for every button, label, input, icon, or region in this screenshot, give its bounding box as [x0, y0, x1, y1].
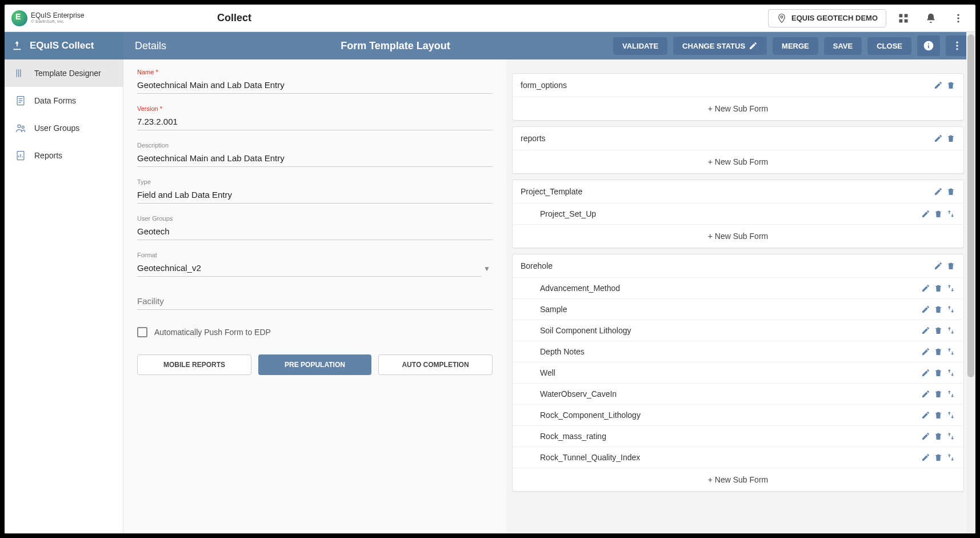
tree-sub-row[interactable]: Project_Set_Up: [513, 203, 963, 224]
edit-icon[interactable]: [921, 389, 930, 398]
edit-icon[interactable]: [934, 134, 943, 143]
reorder-icon[interactable]: [946, 305, 955, 314]
reorder-icon[interactable]: [946, 453, 955, 462]
auto-completion-button[interactable]: AUTO COMPLETION: [378, 354, 493, 375]
sidebar-item-user-groups[interactable]: User Groups: [5, 114, 123, 142]
sub-section-title: Details: [123, 40, 178, 52]
edit-icon[interactable]: [921, 305, 930, 314]
tree-sub-row[interactable]: Advancement_Method: [513, 277, 963, 298]
facility-input[interactable]: [137, 294, 493, 310]
edit-icon[interactable]: [934, 187, 943, 196]
location-button[interactable]: EQUIS GEOTECH DEMO: [768, 9, 886, 27]
edit-icon[interactable]: [934, 261, 943, 270]
edit-icon[interactable]: [921, 209, 930, 218]
reorder-icon[interactable]: [946, 368, 955, 377]
edit-icon[interactable]: [921, 368, 930, 377]
tree-sub-row[interactable]: Rock_mass_rating: [513, 425, 963, 447]
name-input[interactable]: [137, 78, 493, 94]
tree-sub-row[interactable]: Rock_Tunnel_Quality_Index: [513, 447, 963, 468]
delete-icon[interactable]: [934, 326, 943, 335]
type-input[interactable]: [137, 188, 493, 204]
tree-card-title: reports: [521, 134, 934, 143]
tree-sub-row[interactable]: Soil Component Lithology: [513, 320, 963, 341]
delete-icon[interactable]: [934, 453, 943, 462]
scrollbar[interactable]: [966, 32, 975, 533]
checkbox-icon[interactable]: [137, 327, 147, 337]
tree-sub-row[interactable]: Well: [513, 362, 963, 383]
tree-card-header[interactable]: reports: [513, 127, 963, 150]
change-status-button[interactable]: CHANGE STATUS: [673, 37, 767, 55]
reorder-icon[interactable]: [946, 432, 955, 441]
svg-point-15: [18, 125, 21, 127]
logo-block[interactable]: EQuIS Enterprise © EarthSoft, Inc.: [11, 10, 114, 26]
mobile-reports-button[interactable]: MOBILE REPORTS: [137, 354, 251, 375]
edit-icon[interactable]: [921, 326, 930, 335]
edit-icon[interactable]: [921, 432, 930, 441]
edit-icon[interactable]: [921, 453, 930, 462]
svg-point-0: [781, 15, 783, 18]
reorder-icon[interactable]: [946, 389, 955, 398]
tree-sub-row[interactable]: Rock_Component_Lithology: [513, 404, 963, 425]
user-groups-input[interactable]: [137, 224, 493, 240]
new-sub-form-button[interactable]: + New Sub Form: [513, 97, 963, 120]
delete-icon[interactable]: [934, 389, 943, 398]
version-input[interactable]: [137, 114, 493, 130]
delete-icon[interactable]: [934, 432, 943, 441]
edit-icon[interactable]: [921, 284, 930, 293]
close-button[interactable]: CLOSE: [867, 37, 911, 55]
reorder-icon[interactable]: [946, 284, 955, 293]
delete-icon[interactable]: [946, 187, 955, 196]
new-sub-form-button[interactable]: + New Sub Form: [513, 224, 963, 248]
validate-button[interactable]: VALIDATE: [613, 37, 667, 55]
delete-icon[interactable]: [946, 134, 955, 143]
new-sub-form-button[interactable]: + New Sub Form: [513, 150, 963, 173]
dashboard-icon-button[interactable]: [893, 8, 914, 29]
edit-icon[interactable]: [921, 411, 930, 420]
delete-icon[interactable]: [934, 368, 943, 377]
delete-icon[interactable]: [934, 284, 943, 293]
reorder-icon[interactable]: [946, 411, 955, 420]
edit-icon[interactable]: [921, 347, 930, 356]
pre-population-button[interactable]: PRE POPULATION: [258, 354, 371, 375]
sidebar-item-label: Template Designer: [34, 69, 101, 78]
tree-sub-title: Project_Set_Up: [540, 209, 921, 218]
sidebar-item-label: Reports: [34, 151, 62, 160]
edit-box-icon: [749, 41, 758, 50]
sidebar-item-data-forms[interactable]: Data Forms: [5, 87, 123, 114]
tree-card-header[interactable]: Project_Template: [513, 180, 963, 203]
edit-icon[interactable]: [934, 81, 943, 90]
merge-button[interactable]: MERGE: [773, 37, 818, 55]
delete-icon[interactable]: [934, 411, 943, 420]
sidebar-item-template-designer[interactable]: Template Designer: [5, 59, 123, 87]
info-button[interactable]: [917, 35, 940, 56]
scrollbar-thumb[interactable]: [967, 34, 974, 377]
reorder-icon[interactable]: [946, 347, 955, 356]
tree-card-header[interactable]: Borehole: [513, 254, 963, 277]
description-input[interactable]: [137, 151, 493, 167]
delete-icon[interactable]: [934, 347, 943, 356]
format-select[interactable]: ▼: [137, 261, 493, 277]
tree-sub-row[interactable]: Sample: [513, 298, 963, 320]
tree-sub-row[interactable]: Depth Notes: [513, 341, 963, 362]
dashboard-icon: [898, 13, 909, 24]
delete-icon[interactable]: [934, 305, 943, 314]
tree-card-header[interactable]: form_options: [513, 74, 963, 97]
sub-more-button[interactable]: [946, 35, 969, 56]
tree-sub-row[interactable]: WaterObserv_CaveIn: [513, 383, 963, 404]
more-menu-button[interactable]: [948, 8, 969, 29]
tree-sub-title: WaterObserv_CaveIn: [540, 389, 921, 398]
format-value[interactable]: [137, 261, 481, 277]
reorder-icon[interactable]: [946, 326, 955, 335]
save-button[interactable]: SAVE: [824, 37, 862, 55]
sidebar-item-reports[interactable]: Reports: [5, 142, 123, 169]
tree-sub-title: Advancement_Method: [540, 284, 921, 293]
new-sub-form-button[interactable]: + New Sub Form: [513, 468, 963, 491]
sub-header-app[interactable]: EQuIS Collect: [5, 32, 123, 59]
users-icon: [15, 122, 26, 134]
auto-push-checkbox-row[interactable]: Automatically Push Form to EDP: [137, 327, 493, 337]
delete-icon[interactable]: [946, 81, 955, 90]
reorder-icon[interactable]: [946, 209, 955, 218]
delete-icon[interactable]: [946, 261, 955, 270]
delete-icon[interactable]: [934, 209, 943, 218]
notifications-button[interactable]: [921, 8, 941, 29]
